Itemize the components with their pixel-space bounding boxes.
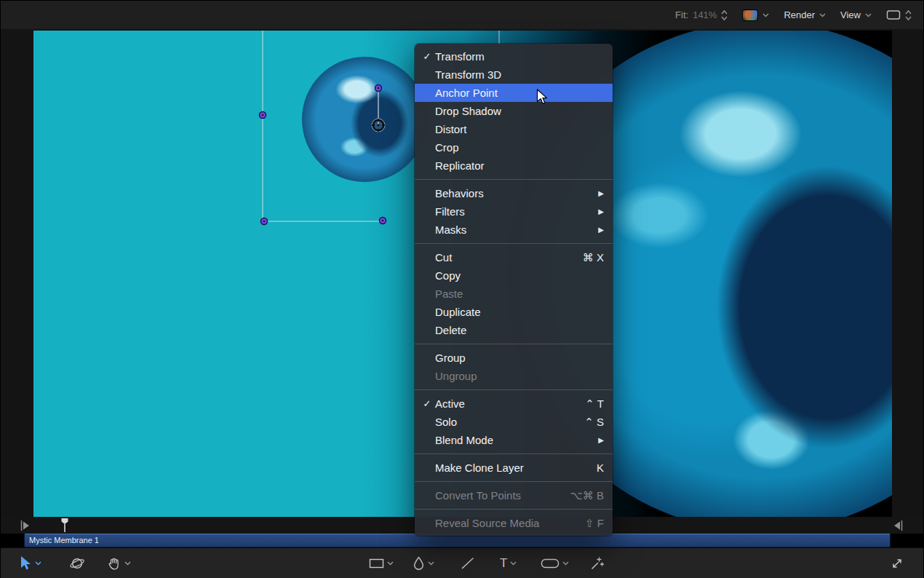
canvas-toolbar: Fit: 141% Render View: [1, 1, 923, 29]
fit-value: 141%: [693, 9, 717, 20]
menu-item-reveal-source-media: Reveal Source Media ⇧ F: [415, 514, 613, 532]
bezier-tool[interactable]: [413, 548, 434, 578]
color-well-control[interactable]: [742, 9, 769, 21]
mouse-cursor: [536, 89, 549, 106]
menu-item-label: Paste: [435, 288, 604, 300]
menu-item-label: Group: [435, 352, 604, 364]
menu-item-transform[interactable]: ✓ Transform: [415, 47, 613, 66]
menu-item-crop[interactable]: Crop: [415, 138, 613, 157]
render-menu-button[interactable]: Render: [784, 9, 826, 20]
menu-item-duplicate[interactable]: Duplicate: [415, 303, 613, 321]
menu-item-label: Convert To Points: [435, 489, 557, 502]
stepper-icon[interactable]: [905, 9, 912, 21]
orbit-icon: [69, 555, 85, 571]
menu-item-transform-3d[interactable]: Transform 3D: [415, 66, 613, 84]
submenu-arrow-icon: ▶: [585, 436, 604, 444]
rectangle-tool[interactable]: [369, 548, 394, 578]
anchor-point-handle[interactable]: [372, 119, 385, 132]
shape-tool[interactable]: [541, 548, 569, 578]
color-well-thumbnail[interactable]: [742, 9, 758, 21]
shortcut-label: K: [584, 462, 604, 474]
text-tool-glyph: T: [500, 556, 507, 571]
select-transform-tool[interactable]: [20, 548, 41, 578]
view-label: View: [840, 9, 861, 20]
selection-handle[interactable]: [380, 218, 386, 224]
menu-item-behaviors[interactable]: Behaviors ▶: [415, 184, 613, 202]
menu-separator: [415, 389, 613, 390]
menu-item-replicator[interactable]: Replicator: [415, 157, 613, 175]
chevron-down-icon: [762, 13, 769, 17]
diagonal-resize-icon: [890, 556, 904, 571]
line-tool[interactable]: [461, 548, 475, 578]
menu-item-label: Make Clone Layer: [435, 462, 584, 474]
menu-item-cut[interactable]: Cut ⌘ X: [415, 248, 613, 266]
submenu-arrow-icon: ▶: [585, 189, 604, 197]
menu-item-label: Distort: [435, 123, 604, 135]
selection-handle[interactable]: [260, 112, 266, 119]
shortcut-label: ⌃ T: [572, 397, 604, 411]
playhead[interactable]: [60, 518, 69, 533]
menu-item-label: Anchor Point: [435, 87, 604, 99]
fit-control[interactable]: Fit: 141%: [675, 9, 728, 21]
checkmark-icon: ✓: [419, 398, 435, 409]
menu-item-distort[interactable]: Distort: [415, 120, 613, 138]
menu-item-convert-to-points: Convert To Points ⌥⌘ B: [415, 486, 613, 504]
window-layout-control[interactable]: [886, 9, 912, 21]
hand-icon: [107, 556, 122, 571]
menu-item-label: Crop: [435, 141, 604, 154]
menu-item-delete[interactable]: Delete: [415, 321, 613, 339]
view-menu-button[interactable]: View: [840, 9, 872, 20]
bottom-toolbar: T: [1, 547, 923, 578]
selection-handle[interactable]: [375, 85, 382, 92]
menu-separator: [415, 243, 613, 244]
menu-item-paste: Paste: [415, 285, 613, 303]
checkmark-icon: ✓: [419, 51, 435, 62]
shortcut-label: ⌥⌘ B: [557, 489, 604, 502]
menu-item-label: Duplicate: [435, 306, 604, 318]
chevron-down-icon: [124, 561, 131, 566]
menu-item-blend-mode[interactable]: Blend Mode ▶: [415, 431, 613, 449]
chevron-down-icon: [387, 561, 394, 566]
wand-sparkle-icon: [590, 556, 605, 571]
fit-label: Fit:: [675, 9, 688, 20]
stepper-icon[interactable]: [721, 9, 728, 21]
chevron-down-icon: [428, 561, 434, 566]
window-layout-icon: [886, 9, 901, 20]
rectangle-icon: [369, 557, 384, 570]
shortcut-label: ⌘ X: [570, 251, 604, 264]
menu-item-label: Cut: [435, 251, 570, 264]
menu-item-masks[interactable]: Masks ▶: [415, 221, 613, 239]
menu-item-make-clone-layer[interactable]: Make Clone Layer K: [415, 459, 613, 477]
context-menu: ✓ Transform Transform 3D Anchor Point Dr…: [415, 44, 613, 536]
pen-droplet-icon: [413, 556, 425, 570]
menu-item-drop-shadow[interactable]: Drop Shadow: [415, 102, 613, 120]
menu-item-label: Transform 3D: [435, 68, 604, 81]
timeline-in-marker[interactable]: [20, 519, 31, 532]
menu-item-ungroup: Ungroup: [415, 367, 613, 385]
selection-handle[interactable]: [261, 218, 268, 225]
submenu-arrow-icon: ▶: [585, 207, 604, 215]
menu-item-label: Filters: [435, 205, 585, 218]
3d-transform-tool[interactable]: [69, 548, 85, 578]
menu-item-label: Ungroup: [435, 370, 604, 382]
menu-item-anchor-point[interactable]: Anchor Point: [415, 84, 613, 102]
menu-item-label: Behaviors: [435, 187, 585, 199]
text-tool[interactable]: T: [500, 548, 517, 578]
timeline-out-marker[interactable]: [893, 519, 903, 532]
menu-item-filters[interactable]: Filters ▶: [415, 202, 613, 221]
render-label: Render: [784, 9, 815, 20]
pan-tool[interactable]: [107, 548, 131, 578]
menu-item-copy[interactable]: Copy: [415, 266, 613, 285]
adjust-item-tool[interactable]: [590, 548, 605, 578]
menu-separator: [415, 454, 613, 454]
menu-item-label: Drop Shadow: [435, 105, 604, 117]
resize-panel-handle[interactable]: [890, 548, 904, 578]
menu-item-group[interactable]: Group: [415, 349, 613, 367]
menu-separator: [415, 509, 613, 510]
menu-item-label: Solo: [435, 416, 571, 428]
menu-item-active[interactable]: ✓ Active ⌃ T: [415, 395, 613, 413]
menu-item-solo[interactable]: Solo ⌃ S: [415, 413, 613, 431]
menu-item-label: Masks: [435, 223, 585, 236]
menu-item-label: Delete: [435, 324, 604, 336]
menu-separator: [415, 179, 613, 180]
